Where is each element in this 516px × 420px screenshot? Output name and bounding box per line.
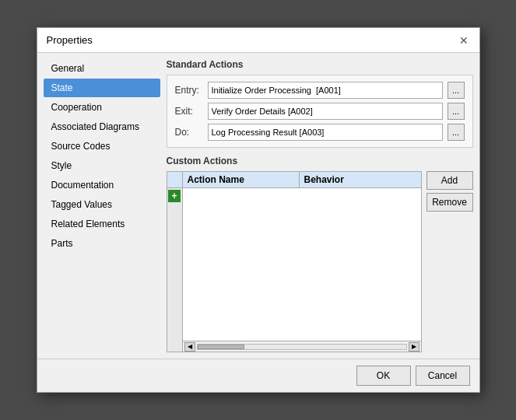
sidebar-item-general[interactable]: General	[44, 59, 160, 78]
table-col-name-header: Action Name	[183, 172, 300, 187]
cancel-button[interactable]: Cancel	[416, 366, 470, 386]
do-row: Do: ...	[175, 124, 465, 141]
content-area: Standard Actions Entry: ... Exit: ...	[167, 59, 473, 352]
dialog-footer: OK Cancel	[37, 359, 479, 392]
ok-button[interactable]: OK	[356, 366, 411, 386]
table-col-behavior-header: Behavior	[300, 172, 421, 187]
scroll-left-arrow[interactable]: ◀	[184, 342, 195, 352]
scroll-thumb[interactable]	[198, 345, 244, 349]
custom-actions-title: Custom Actions	[167, 156, 473, 166]
custom-actions-inner: Action Name Behavior + ◀	[167, 171, 473, 352]
custom-actions-table: Action Name Behavior + ◀	[167, 171, 422, 352]
exit-input[interactable]	[208, 103, 443, 120]
add-row-icon[interactable]: +	[168, 190, 181, 202]
properties-dialog: Properties ✕ General State Cooperation A…	[37, 27, 480, 393]
add-button[interactable]: Add	[426, 171, 473, 190]
entry-dots-button[interactable]: ...	[448, 82, 465, 99]
title-bar: Properties ✕	[37, 28, 479, 53]
dialog-body: General State Cooperation Associated Dia…	[37, 53, 479, 359]
custom-actions-section: Custom Actions Action Name Behavior	[167, 156, 473, 352]
entry-input[interactable]	[208, 82, 443, 99]
standard-actions-box: Entry: ... Exit: ... Do: ...	[167, 75, 473, 148]
close-button[interactable]: ✕	[458, 35, 470, 46]
sidebar-item-style[interactable]: Style	[44, 156, 160, 175]
table-add-col-header	[167, 172, 183, 187]
table-rows	[183, 188, 421, 341]
entry-label: Entry:	[175, 85, 203, 96]
sidebar-item-tagged-values[interactable]: Tagged Values	[44, 195, 160, 214]
sidebar-item-parts[interactable]: Parts	[44, 234, 160, 253]
custom-actions-buttons: Add Remove	[426, 171, 473, 352]
exit-dots-button[interactable]: ...	[448, 103, 465, 120]
scroll-track[interactable]	[197, 344, 407, 350]
horizontal-scrollbar[interactable]: ◀ ▶	[183, 341, 421, 352]
sidebar-item-source-codes[interactable]: Source Codes	[44, 137, 160, 156]
table-data-area: ◀ ▶	[183, 188, 421, 352]
standard-actions-title: Standard Actions	[167, 59, 473, 70]
remove-button[interactable]: Remove	[426, 193, 473, 212]
table-body: + ◀ ▶	[167, 188, 421, 352]
do-input[interactable]	[208, 124, 443, 141]
do-label: Do:	[175, 127, 203, 138]
dialog-title: Properties	[47, 34, 93, 46]
scroll-right-arrow[interactable]: ▶	[409, 342, 419, 352]
do-dots-button[interactable]: ...	[448, 124, 465, 141]
sidebar-item-associated-diagrams[interactable]: Associated Diagrams	[44, 117, 160, 136]
sidebar-item-state[interactable]: State	[44, 79, 160, 97]
entry-row: Entry: ...	[175, 82, 465, 99]
standard-actions-section: Standard Actions Entry: ... Exit: ...	[167, 59, 473, 148]
exit-label: Exit:	[175, 106, 203, 117]
table-add-column: +	[167, 188, 183, 352]
sidebar-item-documentation[interactable]: Documentation	[44, 176, 160, 194]
table-header: Action Name Behavior	[167, 172, 421, 188]
sidebar-item-related-elements[interactable]: Related Elements	[44, 215, 160, 233]
exit-row: Exit: ...	[175, 103, 465, 120]
sidebar: General State Cooperation Associated Dia…	[44, 59, 160, 352]
sidebar-item-cooperation[interactable]: Cooperation	[44, 98, 160, 117]
